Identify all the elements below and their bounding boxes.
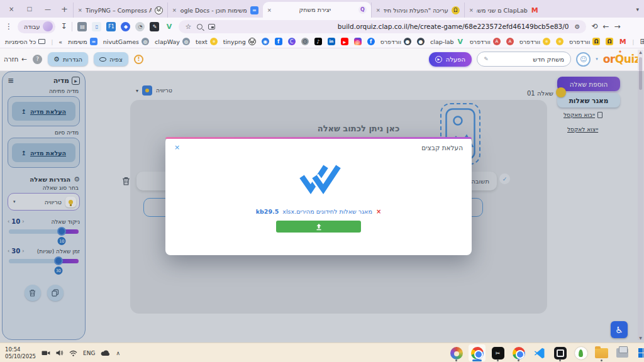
tab-claplab-mail[interactable]: × ClapLab ם שני משחקים חדשים M: [464, 3, 543, 18]
back-icon[interactable]: ←: [603, 22, 609, 31]
taskbar-chrome-active-icon[interactable]: [469, 344, 486, 361]
taskbar-paint-app-icon[interactable]: [448, 344, 465, 361]
bookmark-blue-circle-icon[interactable]: C: [288, 38, 296, 45]
vue-devtools-icon[interactable]: V: [164, 22, 174, 31]
facebook-icon[interactable]: f: [367, 38, 375, 45]
tab-close-icon[interactable]: ×: [267, 7, 272, 13]
bookmark-facebook-square-icon[interactable]: f: [275, 38, 282, 45]
camera-icon[interactable]: [42, 349, 50, 356]
search-icon[interactable]: [197, 24, 203, 30]
window-restore-icon[interactable]: □: [26, 6, 32, 12]
tab-search-chevron-icon[interactable]: ▾: [636, 6, 639, 13]
bookmark-blue-app-icon[interactable]: ◉: [262, 38, 269, 45]
new-tab-button[interactable]: +: [61, 4, 68, 14]
wifi-icon[interactable]: [69, 350, 77, 356]
tab-quiz-edit[interactable]: × עריכה "הפעלת וניהול חידון Quiz Ω: [371, 3, 464, 18]
bookmark-star-icon[interactable]: ☆: [185, 23, 191, 31]
taskbar-file-explorer-icon[interactable]: [593, 344, 610, 361]
taskbar-chrome-2-icon[interactable]: [510, 344, 527, 361]
extension-clipboard-icon[interactable]: ▤: [77, 22, 87, 31]
bookmark-text[interactable]: text: [196, 38, 218, 45]
bookmark-tinypng[interactable]: tinypng🐼: [223, 38, 256, 45]
modal-title: העלאת קבצים: [421, 144, 463, 151]
play-button[interactable]: הפעלה ▶: [429, 52, 472, 67]
taskbar-capcut-icon[interactable]: ✂: [489, 344, 506, 361]
language-indicator[interactable]: ENG: [83, 350, 95, 356]
volume-icon[interactable]: [56, 349, 64, 356]
window-close-icon[interactable]: ×: [9, 6, 14, 13]
gmail-icon[interactable]: M: [619, 38, 626, 45]
linkedin-icon[interactable]: in: [328, 38, 335, 45]
extension-gem-icon[interactable]: ◆: [121, 22, 130, 31]
tiktok-icon[interactable]: ♪: [314, 38, 322, 45]
avatar: [43, 21, 53, 31]
wordpress-icon[interactable]: ●: [417, 38, 425, 45]
browser-toolbar: ⋮ עבודה ↧ ▤ ▯ F1 ◆ ◔ ✎ V ☆ build.orquiz.…: [0, 18, 644, 35]
reload-icon[interactable]: ⟲: [591, 22, 597, 31]
tab-close-icon[interactable]: ×: [469, 7, 474, 13]
bookmark-wordpress-2[interactable]: וורדפרסA: [470, 38, 501, 45]
back-link[interactable]: חזרה ←: [4, 55, 27, 63]
window-minimize-icon[interactable]: —: [45, 6, 51, 13]
preview-label: צפיה: [109, 56, 123, 63]
user-avatar[interactable]: ☺: [576, 52, 591, 67]
extension-clock-icon[interactable]: ◔: [135, 22, 145, 31]
bookmark-clap-lab[interactable]: clap-labV: [430, 38, 464, 45]
bookmark-clapway[interactable]: clapWay◍: [155, 38, 190, 45]
modal-close-icon[interactable]: ×: [174, 143, 180, 151]
back-label: חזרה: [4, 55, 18, 63]
tray-expand-icon[interactable]: ∧: [116, 350, 120, 356]
warning-icon[interactable]: !: [134, 55, 143, 64]
help-icon[interactable]: ?: [33, 55, 42, 64]
apps-grid-icon[interactable]: ⊞: [640, 37, 644, 46]
browser-menu-icon[interactable]: ⋮: [5, 22, 13, 31]
site-settings-icon[interactable]: ⚙: [575, 23, 580, 30]
remove-file-icon[interactable]: ×: [376, 208, 381, 215]
accessibility-button[interactable]: ♿: [611, 321, 628, 338]
bookmark-wordpress-3[interactable]: וורדפרס: [519, 38, 550, 45]
bookmarks-overflow-icon[interactable]: «: [58, 38, 62, 45]
downloads-icon[interactable]: ↧: [60, 22, 67, 31]
elementor-icon[interactable]: A: [506, 38, 514, 45]
preview-button[interactable]: צפיה: [94, 52, 128, 66]
bookmarks-bar: כל הסימניות | « משימות≡ nivutGames◍ clap…: [0, 35, 644, 48]
forward-icon[interactable]: →: [614, 22, 621, 31]
send-to-device-icon[interactable]: [208, 24, 215, 30]
tab-close-icon[interactable]: ×: [78, 7, 82, 13]
taskbar-mongodb-icon[interactable]: [572, 344, 589, 361]
tab-google-docs[interactable]: × משימות תוכן - Google Docs ≡: [167, 3, 263, 18]
bookmark-nivutgames[interactable]: nivutGames◍: [103, 38, 149, 45]
all-bookmarks[interactable]: כל הסימניות: [5, 38, 45, 45]
instagram-icon[interactable]: ◎: [354, 38, 362, 45]
taskbar-clock[interactable]: 10:54 05/10/2025: [5, 346, 36, 359]
extension-f1-icon[interactable]: F1: [106, 22, 116, 31]
extension-eyedropper-icon[interactable]: ✎: [150, 22, 159, 31]
profile-chip[interactable]: עבודה: [18, 20, 55, 33]
taskbar-desktop-app-icon[interactable]: [614, 344, 631, 361]
game-name-input[interactable]: משחק חדש ✎: [477, 52, 571, 67]
settings-button[interactable]: ⚙ הגדרות: [48, 52, 88, 66]
lamp-icon[interactable]: [556, 38, 564, 45]
bookmark-wordpress-1[interactable]: וורדפרס●: [380, 38, 411, 45]
scroll-up-icon[interactable]: ▲: [639, 50, 642, 54]
google-docs-favicon: ≡: [250, 6, 258, 14]
omega-icon[interactable]: Ω: [606, 38, 613, 45]
bookmark-tasks[interactable]: משימות≡: [68, 38, 97, 45]
onedrive-icon[interactable]: [101, 350, 110, 356]
confirm-upload-button[interactable]: [276, 221, 361, 233]
youtube-icon[interactable]: ▶: [341, 38, 348, 45]
taskbar-vscode-icon[interactable]: [531, 344, 548, 361]
tab-tinypng[interactable]: × TinyPNG – Compress AVIF, Web 🐼: [73, 3, 167, 18]
extension-doc-icon[interactable]: ▯: [92, 22, 101, 31]
user-menu-caret-icon[interactable]: ▾: [596, 57, 598, 62]
bookmark-wordpress-4[interactable]: וורדפרסΩ: [569, 38, 600, 45]
tab-create-game-active[interactable]: × יצירת משחק Q: [263, 2, 371, 18]
tab-close-icon[interactable]: ×: [172, 7, 177, 13]
tab-close-icon[interactable]: ×: [376, 7, 380, 13]
windows-start-icon[interactable]: [635, 344, 644, 361]
taskbar-black-app-icon[interactable]: [552, 344, 569, 361]
bookmark-gear-icon[interactable]: ⚙: [301, 38, 309, 45]
url-text[interactable]: build.orquiz.clap.co.il/he/create-game/6…: [338, 23, 569, 30]
address-bar[interactable]: ☆ build.orquiz.clap.co.il/he/create-game…: [179, 20, 586, 33]
profile-label: עבודה: [24, 23, 40, 30]
